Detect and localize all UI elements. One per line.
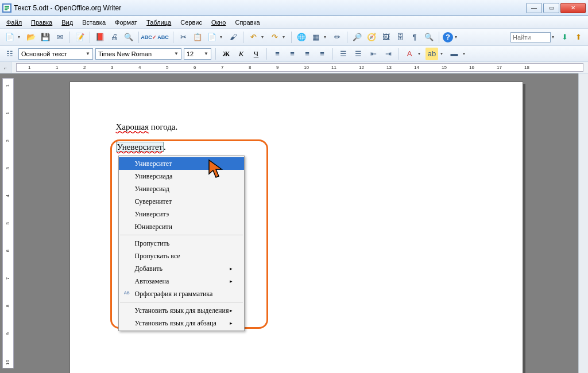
close-button[interactable]: ✕ bbox=[560, 3, 586, 13]
menu-tools[interactable]: Сервис bbox=[176, 18, 206, 27]
menubar: Файл Правка Вид Вставка Формат Таблица С… bbox=[0, 16, 588, 29]
numbering-button[interactable]: ☰ bbox=[337, 48, 350, 60]
ruler-row: ⌐ 1123456789101112131415161718 bbox=[0, 62, 588, 73]
format-paint-button[interactable]: 🖌 bbox=[227, 31, 239, 44]
maximize-button[interactable]: ▭ bbox=[543, 3, 559, 13]
minimize-button[interactable]: — bbox=[526, 3, 542, 13]
zoom-button[interactable]: 🔍 bbox=[423, 31, 435, 44]
menu-table[interactable]: Таблица bbox=[142, 18, 175, 27]
styles-window-button[interactable]: ☷ bbox=[3, 48, 16, 60]
svg-rect-3 bbox=[5, 7, 9, 9]
paste-button[interactable]: 📄 bbox=[206, 31, 218, 44]
menu-insert[interactable]: Вставка bbox=[78, 18, 110, 27]
window-title: Текст 5.odt - OpenOffice.org Writer bbox=[14, 4, 526, 12]
find-prev-button[interactable]: ⬆ bbox=[572, 31, 585, 44]
font-name-combo[interactable]: Times New Roman▼ bbox=[95, 48, 181, 60]
highlight-button[interactable]: ab bbox=[425, 48, 438, 60]
ruler-corner: ⌐ bbox=[0, 62, 11, 73]
menu-help[interactable]: Справка bbox=[231, 18, 264, 27]
app-icon bbox=[2, 3, 11, 13]
edit-doc-button[interactable]: 📝 bbox=[74, 31, 86, 44]
cut-button[interactable]: ✂ bbox=[177, 31, 189, 44]
navigator-button[interactable]: 🧭 bbox=[365, 31, 378, 44]
standard-toolbar: 📄▾ 📂 💾 ✉ 📝 📕 🖨 🔍 ABC✓ ABC ✂ 📋 📄▾ 🖌 ↶▾ ↷▾… bbox=[0, 29, 588, 46]
datasources-button[interactable]: 🗄 bbox=[394, 31, 407, 44]
find-replace-button[interactable]: 🔎 bbox=[351, 31, 363, 44]
new-doc-button[interactable]: 📄 bbox=[3, 31, 16, 44]
align-left-button[interactable]: ≡ bbox=[271, 48, 284, 60]
redo-button[interactable]: ↷ bbox=[268, 31, 281, 44]
menu-format[interactable]: Формат bbox=[111, 18, 141, 27]
align-center-button[interactable]: ≡ bbox=[286, 48, 299, 60]
hyperlink-button[interactable]: 🌐 bbox=[295, 31, 308, 44]
align-justify-button[interactable]: ≡ bbox=[316, 48, 328, 60]
find-next-button[interactable]: ⬇ bbox=[558, 31, 571, 44]
gallery-button[interactable]: 🖼 bbox=[380, 31, 392, 44]
bgcolor-button[interactable]: ▬ bbox=[448, 48, 461, 60]
svg-rect-2 bbox=[5, 6, 9, 7]
menu-view[interactable]: Вид bbox=[57, 18, 77, 27]
find-input[interactable] bbox=[510, 32, 551, 42]
preview-button[interactable]: 🔍 bbox=[122, 31, 135, 44]
email-button[interactable]: ✉ bbox=[53, 31, 66, 44]
autospell-button[interactable]: ABC bbox=[157, 31, 169, 44]
bold-button[interactable]: Ж bbox=[220, 48, 233, 60]
bullets-button[interactable]: ☰ bbox=[352, 48, 365, 60]
indent-dec-button[interactable]: ⇤ bbox=[367, 48, 380, 60]
svg-rect-4 bbox=[5, 9, 7, 10]
menu-file[interactable]: Файл bbox=[2, 18, 26, 27]
nonprinting-button[interactable]: ¶ bbox=[408, 31, 421, 44]
open-button[interactable]: 📂 bbox=[25, 31, 37, 44]
indent-inc-button[interactable]: ⇥ bbox=[382, 48, 394, 60]
help-button[interactable]: ? bbox=[443, 32, 453, 42]
find-toolbar: ▾ ⬇ ⬆ bbox=[510, 31, 585, 44]
underline-button[interactable]: Ч bbox=[250, 48, 262, 60]
save-button[interactable]: 💾 bbox=[39, 31, 52, 44]
spellcheck-button[interactable]: ABC✓ bbox=[142, 31, 155, 44]
font-size-combo[interactable]: 12▼ bbox=[184, 48, 211, 60]
menu-window[interactable]: Окно bbox=[207, 18, 230, 27]
font-color-button[interactable]: A bbox=[403, 48, 416, 60]
show-draw-button[interactable]: ✏ bbox=[331, 31, 343, 44]
print-button[interactable]: 🖨 bbox=[108, 31, 121, 44]
table-button[interactable]: ▦ bbox=[310, 31, 322, 44]
copy-button[interactable]: 📋 bbox=[191, 31, 204, 44]
export-pdf-button[interactable]: 📕 bbox=[94, 31, 106, 44]
horizontal-ruler[interactable]: 1123456789101112131415161718 bbox=[16, 63, 583, 72]
undo-button[interactable]: ↶ bbox=[247, 31, 260, 44]
menu-edit[interactable]: Правка bbox=[27, 18, 56, 27]
italic-button[interactable]: К bbox=[235, 48, 247, 60]
align-right-button[interactable]: ≡ bbox=[301, 48, 314, 60]
titlebar: Текст 5.odt - OpenOffice.org Writer — ▭ … bbox=[0, 0, 588, 16]
paragraph-style-combo[interactable]: Основной текст▼ bbox=[18, 48, 93, 60]
formatting-toolbar: ☷ Основной текст▼ Times New Roman▼ 12▼ Ж… bbox=[0, 46, 588, 62]
